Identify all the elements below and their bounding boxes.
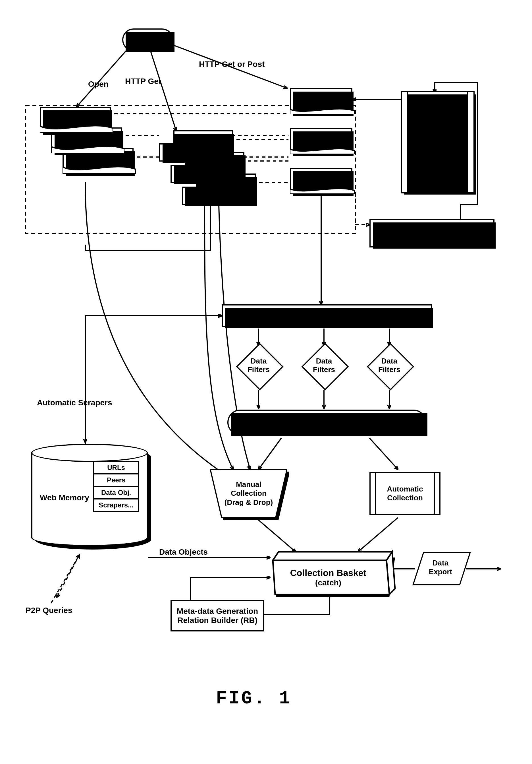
data-export-label: Export <box>429 567 452 576</box>
web-memory-row: URLs <box>94 462 138 475</box>
web-memory-node: Web Memory URLs Peers Data Obj. Scrapers… <box>31 444 148 546</box>
manual-collection-node: Manual Collection (Drag & Drop) <box>210 469 287 518</box>
data-export-node: Data Export <box>418 552 463 583</box>
edge-p2p-queries: P2P Queries <box>26 606 72 615</box>
data-export-label: Data <box>433 559 449 567</box>
manual-collection-label: Collection <box>231 489 267 497</box>
collection-basket-label: Collection Basket <box>290 568 367 578</box>
svg-line-17 <box>259 438 281 469</box>
tabulated-label: Tabulated Display of Results <box>273 418 381 427</box>
web-memory-row: Peers <box>94 475 138 487</box>
edge-data-objects: Data Objects <box>159 547 208 557</box>
nav-recog-label: Navigation Recognition <box>388 224 476 233</box>
auto-collection-label: Automatic <box>387 485 423 493</box>
webpage-node-1: Web Page <box>159 130 233 162</box>
data-filter-node-1: DataFilters <box>243 350 274 381</box>
svg-marker-29 <box>273 552 392 560</box>
svg-line-1 <box>151 51 176 131</box>
data-filter-node-3: DataFilters <box>374 350 405 381</box>
manual-collection-label: (Drag & Drop) <box>224 498 273 506</box>
edge-http-get-or-post: HTTP Get or Post <box>199 60 265 69</box>
automatic-collection-node: Automatic Collection <box>369 472 441 515</box>
auto-browsing-label: automation) <box>417 151 459 160</box>
automatic-browsing-node: Automatic Browsing (one-click automation… <box>401 91 474 193</box>
webpage-label: Web Page <box>184 163 230 172</box>
filter-label: Data <box>316 357 332 365</box>
auto-browsing-label: Browsing <box>421 133 455 142</box>
auto-browsing-label: Automatic <box>420 124 456 133</box>
search-results-node-2: Search Engine results 2 ... <box>290 128 352 154</box>
search-results-node-3: Search Engine results ...n <box>290 168 352 193</box>
asr-node: Automatic Structure Recognition (ASR) <box>222 304 432 327</box>
web-memory-title: Web Memory <box>40 493 89 502</box>
asr-label: Automatic Structure Recognition (ASR) <box>252 311 401 320</box>
search-results-label: Search Engine <box>296 132 347 141</box>
search-results-label: Search Engine <box>296 172 347 181</box>
manual-collection-label: Manual <box>236 480 261 489</box>
edge-automatic-scrapers: Automatic Scrapers <box>37 398 112 407</box>
data-filter-node-2: DataFilters <box>308 350 339 381</box>
filter-label: Data <box>381 357 397 365</box>
edge-http-get: HTTP Get <box>125 77 161 86</box>
metadata-label: Meta-data Generation <box>177 607 258 616</box>
navigation-recognition-node: Navigation Recognition (Lists,Prev/Next,… <box>369 219 494 248</box>
metadata-label: Relation Builder (RB) <box>177 616 257 625</box>
svg-line-23 <box>57 555 79 597</box>
svg-line-20 <box>358 518 398 552</box>
document-label: Document <box>56 116 95 125</box>
collection-basket-label: (catch) <box>315 578 341 587</box>
metadata-generation-node: Meta-data Generation Relation Builder (R… <box>171 600 264 632</box>
search-results-node-1: Search Engine results 1 <box>290 88 352 114</box>
svg-line-0 <box>77 46 131 107</box>
document-label: Document <box>67 136 106 145</box>
svg-line-19 <box>256 518 296 552</box>
collection-basket-node: Collection Basket (catch) <box>270 549 392 593</box>
filter-label: Filters <box>313 365 335 374</box>
webpage-label: Web Page <box>196 185 242 194</box>
document-node-1: Document <box>40 107 111 132</box>
user-label: User <box>138 35 158 45</box>
auto-browsing-label: (one-click <box>420 142 455 151</box>
search-results-label: Search Engine <box>296 93 347 101</box>
web-memory-list: URLs Peers Data Obj. Scrapers... <box>93 461 139 512</box>
svg-line-22 <box>51 555 79 603</box>
diagram-page: { "user": "User", "edge_labels": { "open… <box>0 0 532 764</box>
svg-line-18 <box>369 438 398 469</box>
web-memory-row: Data Obj. <box>94 487 138 499</box>
webpage-label: Web Page <box>173 141 219 150</box>
tabulated-display-node: Tabulated Display of Results <box>227 410 426 435</box>
auto-collection-label: Collection <box>387 493 423 502</box>
nav-recog-label: (Lists,Prev/Next,SiteMaps...) <box>378 233 485 242</box>
filter-label: Filters <box>247 365 270 374</box>
edge-open: Open <box>88 80 108 89</box>
user-node: User <box>122 28 173 51</box>
web-memory-row: Scrapers... <box>94 499 138 511</box>
document-label: Document <box>79 157 118 166</box>
filter-label: Filters <box>378 365 400 374</box>
figure-caption: FIG. 1 <box>216 688 292 709</box>
filter-label: Data <box>251 357 267 365</box>
